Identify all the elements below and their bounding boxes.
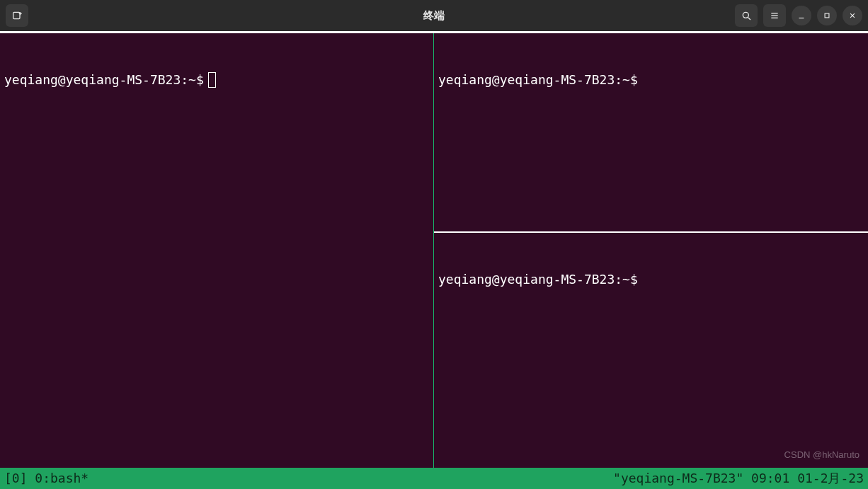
tmux-pane-top-right[interactable]: yeqiang@yeqiang-MS-7B23:~$ [434, 33, 868, 233]
shell-prompt: yeqiang@yeqiang-MS-7B23:~$ [438, 71, 638, 88]
maximize-button[interactable] [817, 6, 837, 25]
cursor-icon [208, 72, 216, 88]
shell-prompt: yeqiang@yeqiang-MS-7B23:~$ [438, 271, 638, 288]
minimize-button[interactable] [792, 6, 811, 25]
svg-point-3 [743, 12, 748, 18]
tmux-pane-left[interactable]: yeqiang@yeqiang-MS-7B23:~$ [0, 33, 434, 468]
tmux-status-right: "yeqiang-MS-7B23" 09:01 01-2月-23 [613, 468, 864, 489]
search-button[interactable] [735, 4, 758, 27]
hamburger-menu-button[interactable] [763, 4, 786, 27]
new-tab-button[interactable] [6, 4, 28, 27]
tmux-status-left: [0] 0:bash* [4, 468, 88, 489]
tmux-pane-bottom-right[interactable]: yeqiang@yeqiang-MS-7B23:~$ [434, 233, 868, 468]
terminal-area[interactable]: yeqiang@yeqiang-MS-7B23:~$ yeqiang@yeqia… [0, 31, 868, 468]
svg-rect-0 [13, 12, 20, 18]
tmux-status-bar: [0] 0:bash* "yeqiang-MS-7B23" 09:01 01-2… [0, 468, 868, 489]
svg-line-4 [748, 18, 750, 20]
window-titlebar: 终端 [0, 0, 868, 31]
shell-prompt: yeqiang@yeqiang-MS-7B23:~$ [4, 71, 204, 88]
svg-rect-9 [825, 13, 829, 18]
close-button[interactable] [843, 6, 862, 25]
